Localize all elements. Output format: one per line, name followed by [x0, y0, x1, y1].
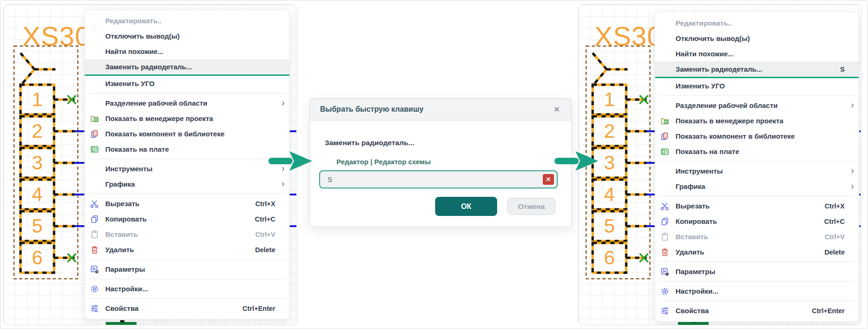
menu-separator — [89, 259, 286, 260]
menu-item-label: Настройки... — [676, 287, 718, 295]
menu-item-label: Параметры — [105, 265, 145, 273]
menu-item-label: Изменить УГО — [105, 80, 155, 87]
menu-item-shortcut: Ctrl+X — [825, 202, 845, 210]
menu-item-show-component-in-library[interactable]: Показать компонент в библиотеке — [85, 126, 289, 141]
pin-number: 6 — [32, 247, 42, 269]
pin-number: 4 — [32, 183, 42, 205]
menu-item-split-workspace[interactable]: Разделение рабочей области› — [655, 98, 859, 113]
flow-arrow-icon — [267, 151, 314, 171]
menu-item-shortcut: Ctrl+V — [825, 233, 845, 241]
clear-input-button[interactable]: ✕ — [543, 174, 554, 185]
menu-item-show-component-in-library[interactable]: Показать компонент в библиотеке — [655, 128, 859, 144]
menu-item-graphics[interactable]: Графика› — [85, 176, 289, 192]
menu-item-label: Удалить — [105, 246, 134, 254]
scissors-icon — [90, 200, 99, 208]
library-icon — [661, 132, 669, 141]
menu-item-show-on-board[interactable]: Показать на плате — [655, 144, 859, 159]
menu-item-tools[interactable]: Инструменты› — [655, 163, 859, 179]
menu-item-label: Показать в менеджере проекта — [105, 114, 213, 122]
menu-item-replace-part[interactable]: Заменить радиодеталь... — [85, 59, 289, 76]
hotkey-input[interactable] — [319, 170, 558, 188]
menu-item-replace-part[interactable]: Заменить радиодеталь...S — [655, 61, 859, 78]
menu-item-properties[interactable]: СвойстваCtrl+Enter — [655, 303, 859, 318]
menu-item-label: Настройки... — [105, 285, 148, 293]
dialog-header: Выбрать быструю клавишу ✕ — [310, 99, 571, 121]
chevron-right-icon: › — [281, 97, 285, 107]
parameters-icon — [661, 268, 669, 276]
menu-item-edit: Редактировать.. — [85, 13, 289, 28]
menu-item-show-in-project-manager[interactable]: Показать в менеджере проекта — [85, 111, 289, 126]
menu-item-edit-symbol[interactable]: Изменить УГО — [85, 76, 289, 91]
menu-item-label: Найти похожие... — [105, 47, 164, 55]
menu-item-label: Графика — [105, 180, 135, 188]
pin-number: 5 — [604, 215, 615, 237]
menu-item-paste: ВставитьCtrl+V — [655, 229, 859, 244]
gear-icon — [661, 287, 669, 295]
menu-item-shortcut: Ctrl+C — [824, 218, 845, 225]
menu-item-show-in-project-manager[interactable]: Показать в менеджере проекта — [655, 113, 859, 128]
menu-separator — [659, 301, 855, 301]
menu-item-label: Свойства — [676, 307, 709, 315]
menu-item-edit: Редактировать.. — [655, 15, 859, 31]
pin-number: 4 — [604, 183, 615, 205]
menu-item-edit-symbol[interactable]: Изменить УГО — [655, 78, 859, 94]
sliders-icon — [90, 304, 99, 313]
menu-item-copy[interactable]: КопироватьCtrl+C — [85, 211, 289, 227]
menu-item-label: Показать на плате — [105, 145, 169, 153]
gear-icon — [90, 285, 99, 293]
menu-item-disconnect-pins[interactable]: Отключить вывод(ы) — [85, 28, 289, 44]
menu-item-label: Вырезать — [676, 202, 710, 210]
context-menu-right: Редактировать..Отключить вывод(ы)Найти п… — [655, 12, 859, 322]
menu-item-disconnect-pins[interactable]: Отключить вывод(ы) — [655, 31, 859, 46]
project-manager-icon — [661, 117, 669, 125]
copy-icon — [90, 215, 99, 223]
pin-number: 2 — [32, 120, 42, 142]
chevron-right-icon: › — [851, 165, 854, 175]
pin-number: 3 — [32, 152, 42, 174]
menu-item-find-similar[interactable]: Найти похожие... — [85, 44, 289, 59]
menu-separator — [659, 161, 855, 161]
menu-separator — [89, 279, 286, 279]
ok-button[interactable]: ОК — [435, 197, 497, 216]
clipboard-icon — [90, 230, 99, 239]
menu-item-show-on-board[interactable]: Показать на плате — [85, 141, 289, 157]
menu-item-shortcut: Ctrl+V — [255, 231, 275, 238]
menu-item-label: Отключить вывод(ы) — [105, 32, 179, 40]
menu-item-label: Редактировать.. — [676, 19, 732, 27]
close-icon[interactable]: ✕ — [552, 104, 562, 114]
menu-item-label: Показать компонент в библиотеке — [676, 132, 795, 140]
flow-arrow-icon — [553, 151, 600, 171]
clear-x-icon: ✕ — [546, 176, 551, 183]
menu-item-properties[interactable]: СвойстваCtrl+Enter — [85, 301, 289, 316]
menu-item-parameters[interactable]: Параметры — [655, 264, 859, 279]
menu-item-find-similar[interactable]: Найти похожие... — [655, 46, 859, 61]
pin-number: 5 — [32, 215, 42, 237]
menu-item-tools[interactable]: Инструменты› — [85, 161, 289, 176]
trash-icon — [661, 248, 669, 256]
hotkey-input-wrap: ✕ — [319, 170, 558, 188]
menu-item-label: Свойства — [105, 304, 138, 312]
menu-item-shortcut: S — [840, 66, 845, 73]
menu-item-parameters[interactable]: Параметры — [85, 262, 289, 277]
menu-item-paste: ВставитьCtrl+V — [85, 227, 289, 242]
menu-item-label: Копировать — [676, 217, 717, 225]
menu-item-delete[interactable]: УдалитьDelete — [85, 242, 289, 257]
menu-item-graphics[interactable]: Графика› — [655, 179, 859, 194]
menu-item-label: Разделение рабочей области — [105, 99, 207, 107]
menu-item-copy[interactable]: КопироватьCtrl+C — [655, 214, 859, 229]
menu-separator — [89, 159, 286, 159]
menu-item-label: Показать компонент в библиотеке — [105, 130, 225, 138]
menu-item-delete[interactable]: УдалитьDelete — [655, 244, 859, 260]
menu-item-split-workspace[interactable]: Разделение рабочей области› — [85, 95, 289, 111]
menu-separator — [659, 196, 855, 196]
menu-item-label: Заменить радиодеталь... — [105, 63, 192, 71]
menu-item-settings[interactable]: Настройки... — [85, 281, 289, 296]
sliders-icon — [661, 307, 669, 315]
menu-separator — [89, 298, 286, 299]
menu-item-settings[interactable]: Настройки... — [655, 283, 859, 299]
menu-item-cut[interactable]: ВырезатьCtrl+X — [655, 198, 859, 214]
menu-item-cut[interactable]: ВырезатьCtrl+X — [85, 196, 289, 211]
cancel-button[interactable]: Отмена — [507, 198, 555, 215]
library-icon — [90, 130, 99, 138]
pin-number: 6 — [604, 247, 615, 269]
